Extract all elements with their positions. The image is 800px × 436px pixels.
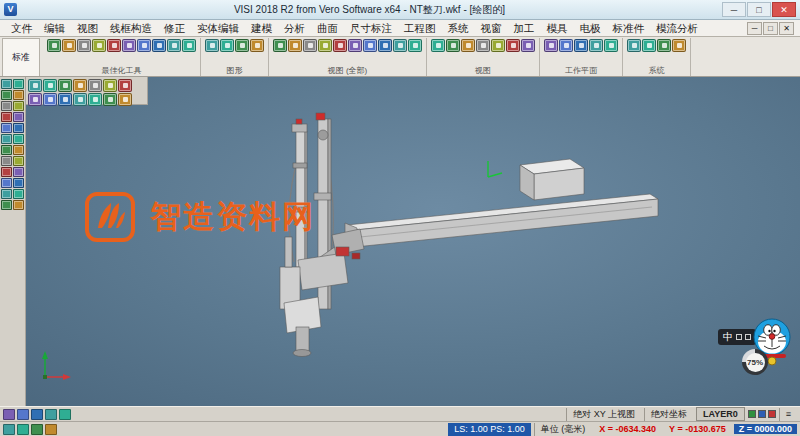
toolbar-icon[interactable]: [589, 39, 603, 52]
menu-item-3[interactable]: 线框构造: [105, 21, 157, 36]
menu-item-9[interactable]: 尺寸标注: [345, 21, 397, 36]
ime-keyboard-icon[interactable]: [736, 334, 742, 340]
toolbar-icon[interactable]: [1, 200, 12, 210]
menu-item-10[interactable]: 工程图: [399, 21, 441, 36]
toolbar-icon[interactable]: [378, 39, 392, 52]
menu-item-4[interactable]: 修正: [159, 21, 190, 36]
toolbar-icon[interactable]: [348, 39, 362, 52]
toolbar-icon[interactable]: [318, 39, 332, 52]
status-color-swatch-green[interactable]: [748, 410, 756, 418]
toolbar-icon[interactable]: [1, 101, 12, 111]
toolbar-icon[interactable]: [3, 424, 15, 435]
toolbar-icon[interactable]: [559, 39, 573, 52]
toolbar-icon[interactable]: [1, 156, 12, 166]
toolbar-icon[interactable]: [43, 93, 57, 106]
toolbar-icon[interactable]: [657, 39, 671, 52]
toolbar-icon[interactable]: [13, 101, 24, 111]
toolbar-icon[interactable]: [45, 424, 57, 435]
toolbar-icon[interactable]: [118, 79, 132, 92]
toolbar-icon[interactable]: [28, 93, 42, 106]
status-units[interactable]: 单位 (毫米): [534, 423, 592, 436]
maximize-button[interactable]: □: [747, 2, 771, 17]
menu-item-17[interactable]: 模流分析: [651, 21, 703, 36]
menu-item-12[interactable]: 视窗: [476, 21, 507, 36]
toolbar-icon[interactable]: [3, 409, 15, 420]
toolbar-icon[interactable]: [152, 39, 166, 52]
toolbar-icon[interactable]: [62, 39, 76, 52]
toolbar-icon[interactable]: [672, 39, 686, 52]
toolbar-icon[interactable]: [1, 79, 12, 89]
toolbar-icon[interactable]: [13, 90, 24, 100]
toolbar-icon[interactable]: [333, 39, 347, 52]
toolbar-icon[interactable]: [431, 39, 445, 52]
toolbar-icon[interactable]: [1, 90, 12, 100]
toolbar-icon[interactable]: [103, 93, 117, 106]
viewport[interactable]: 智造资料网 中 75%: [0, 77, 800, 406]
toolbar-icon[interactable]: [642, 39, 656, 52]
toolbar-icon[interactable]: [574, 39, 588, 52]
toolbar-icon[interactable]: [118, 93, 132, 106]
mdi-minimize-button[interactable]: ─: [747, 22, 762, 35]
menu-item-11[interactable]: 系统: [443, 21, 474, 36]
toolbar-icon[interactable]: [77, 39, 91, 52]
toolbar-icon[interactable]: [58, 93, 72, 106]
toolbar-icon[interactable]: [17, 424, 29, 435]
status-menu-button[interactable]: ≡: [779, 408, 797, 421]
toolbar-icon[interactable]: [13, 200, 24, 210]
toolbar-icon[interactable]: [137, 39, 151, 52]
toolbar-icon[interactable]: [393, 39, 407, 52]
toolbar-icon[interactable]: [17, 409, 29, 420]
status-color-swatch-blue[interactable]: [758, 410, 766, 418]
menu-item-0[interactable]: 文件: [6, 21, 37, 36]
toolbar-icon[interactable]: [13, 112, 24, 122]
toolbar-icon[interactable]: [303, 39, 317, 52]
toolbar-icon[interactable]: [220, 39, 234, 52]
close-button[interactable]: ✕: [772, 2, 796, 17]
toolbar-icon[interactable]: [476, 39, 490, 52]
menu-item-15[interactable]: 电极: [575, 21, 606, 36]
menu-item-13[interactable]: 加工: [509, 21, 540, 36]
toolbar-icon[interactable]: [627, 39, 641, 52]
toolbar-icon[interactable]: [604, 39, 618, 52]
toolbar-icon[interactable]: [103, 79, 117, 92]
toolbar-icon[interactable]: [73, 93, 87, 106]
toolbar-icon[interactable]: [13, 134, 24, 144]
layer-selector[interactable]: LAYER0: [696, 407, 745, 421]
toolbar-icon[interactable]: [250, 39, 264, 52]
toolbar-icon[interactable]: [88, 79, 102, 92]
menu-item-8[interactable]: 曲面: [312, 21, 343, 36]
menu-item-14[interactable]: 模具: [542, 21, 573, 36]
toolbar-icon[interactable]: [182, 39, 196, 52]
toolbar-icon[interactable]: [122, 39, 136, 52]
toolbar-icon[interactable]: [45, 409, 57, 420]
toolbar-icon[interactable]: [544, 39, 558, 52]
menu-item-5[interactable]: 实体编辑: [192, 21, 244, 36]
toolbar-icon[interactable]: [1, 112, 12, 122]
minimize-button[interactable]: ─: [722, 2, 746, 17]
toolbar-icon[interactable]: [1, 123, 12, 133]
toolbar-icon[interactable]: [363, 39, 377, 52]
toolbar-icon[interactable]: [107, 39, 121, 52]
mdi-restore-button[interactable]: □: [763, 22, 778, 35]
toolbar-icon[interactable]: [408, 39, 422, 52]
toolbar-icon[interactable]: [13, 145, 24, 155]
toolbar-icon[interactable]: [491, 39, 505, 52]
toolbar-icon[interactable]: [13, 167, 24, 177]
toolbar-icon[interactable]: [58, 79, 72, 92]
toolbar-icon[interactable]: [1, 145, 12, 155]
toolbar-icon[interactable]: [13, 79, 24, 89]
toolbar-icon[interactable]: [1, 189, 12, 199]
toolbar-icon[interactable]: [288, 39, 302, 52]
toolbar-icon[interactable]: [73, 79, 87, 92]
toolbar-icon[interactable]: [1, 178, 12, 188]
status-view-mode[interactable]: 绝对 XY 上视图: [566, 408, 641, 421]
viewport-canvas[interactable]: [0, 77, 800, 406]
toolbar-icon[interactable]: [446, 39, 460, 52]
toolbar-icon[interactable]: [59, 409, 71, 420]
menu-item-16[interactable]: 标准件: [608, 21, 650, 36]
toolbar-icon[interactable]: [1, 134, 12, 144]
toolbar-icon[interactable]: [273, 39, 287, 52]
toolbar-icon[interactable]: [47, 39, 61, 52]
menu-item-7[interactable]: 分析: [279, 21, 310, 36]
status-color-swatch-red[interactable]: [768, 410, 776, 418]
